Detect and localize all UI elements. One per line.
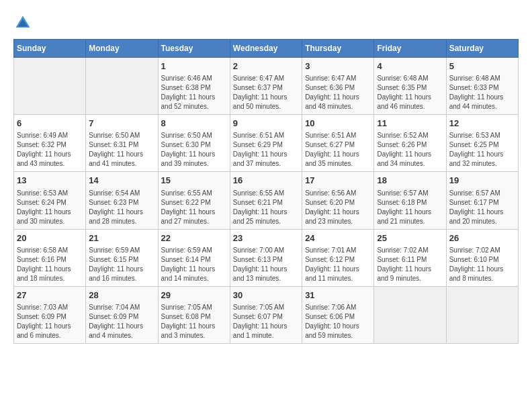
day-number: 2 — [233, 60, 299, 73]
calendar-cell: 25Sunrise: 7:02 AMSunset: 6:11 PMDayligh… — [374, 229, 446, 286]
day-info-text: Daylight: 11 hours and 52 minutes. — [161, 93, 227, 111]
day-info-text: Sunset: 6:06 PM — [305, 312, 371, 322]
day-info-text: Sunrise: 6:47 AM — [233, 74, 299, 83]
day-number: 27 — [17, 289, 83, 302]
calendar-header: SundayMondayTuesdayWednesdayThursdayFrid… — [14, 40, 519, 58]
calendar-cell: 12Sunrise: 6:53 AMSunset: 6:25 PMDayligh… — [446, 115, 518, 172]
day-number: 15 — [161, 175, 227, 187]
day-number: 26 — [449, 232, 515, 244]
calendar-cell: 18Sunrise: 6:57 AMSunset: 6:18 PMDayligh… — [374, 172, 446, 229]
calendar-cell: 29Sunrise: 7:05 AMSunset: 6:08 PMDayligh… — [158, 286, 230, 343]
day-info-text: Sunrise: 7:04 AM — [89, 303, 154, 312]
day-info-text: Daylight: 11 hours and 1 minute. — [233, 322, 299, 340]
calendar-cell: 22Sunrise: 6:59 AMSunset: 6:14 PMDayligh… — [158, 229, 230, 286]
day-info-text: Sunrise: 6:56 AM — [305, 189, 371, 198]
days-of-week-row: SundayMondayTuesdayWednesdayThursdayFrid… — [14, 40, 519, 58]
day-info-text: Sunset: 6:20 PM — [305, 198, 371, 208]
day-info-text: Daylight: 11 hours and 37 minutes. — [233, 150, 299, 169]
day-number: 6 — [17, 118, 83, 130]
day-info-text: Daylight: 11 hours and 43 minutes. — [17, 150, 83, 169]
calendar-cell: 16Sunrise: 6:55 AMSunset: 6:21 PMDayligh… — [230, 172, 302, 229]
calendar-cell: 17Sunrise: 6:56 AMSunset: 6:20 PMDayligh… — [302, 172, 374, 229]
day-info-text: Sunset: 6:30 PM — [161, 140, 227, 150]
day-number: 14 — [89, 175, 154, 187]
day-info-text: Daylight: 11 hours and 11 minutes. — [305, 265, 371, 283]
day-info-text: Sunset: 6:10 PM — [449, 255, 515, 265]
day-number: 11 — [377, 118, 443, 130]
day-number: 23 — [233, 232, 299, 244]
day-info-text: Sunset: 6:18 PM — [377, 198, 443, 208]
day-info-text: Sunset: 6:15 PM — [89, 255, 154, 265]
day-info-text: Sunset: 6:35 PM — [377, 83, 443, 93]
day-info-text: Daylight: 11 hours and 30 minutes. — [17, 208, 83, 226]
day-info-text: Sunrise: 7:02 AM — [377, 246, 443, 255]
calendar-cell: 8Sunrise: 6:50 AMSunset: 6:30 PMDaylight… — [158, 115, 230, 172]
day-number: 20 — [17, 232, 83, 244]
logo-icon — [13, 13, 32, 32]
day-info-text: Sunrise: 6:55 AM — [233, 189, 299, 198]
day-info-text: Sunrise: 6:58 AM — [17, 246, 83, 255]
calendar-cell — [86, 58, 158, 115]
day-info-text: Sunrise: 6:59 AM — [161, 246, 227, 255]
day-number: 31 — [305, 289, 371, 302]
calendar-cell: 9Sunrise: 6:51 AMSunset: 6:29 PMDaylight… — [230, 115, 302, 172]
day-info-text: Sunrise: 6:50 AM — [89, 131, 154, 140]
page-header — [13, 13, 519, 32]
day-info-text: Sunrise: 6:50 AM — [161, 131, 227, 140]
day-info-text: Sunrise: 6:52 AM — [377, 131, 443, 140]
day-info-text: Sunrise: 6:54 AM — [89, 189, 154, 198]
day-info-text: Sunset: 6:38 PM — [161, 83, 227, 93]
day-number: 10 — [305, 118, 371, 130]
calendar-week-row: 20Sunrise: 6:58 AMSunset: 6:16 PMDayligh… — [14, 229, 519, 286]
day-number: 24 — [305, 232, 371, 244]
day-number: 9 — [233, 118, 299, 130]
day-info-text: Sunset: 6:31 PM — [89, 140, 154, 150]
day-info-text: Sunrise: 6:51 AM — [305, 131, 371, 140]
day-info-text: Daylight: 11 hours and 50 minutes. — [233, 93, 299, 111]
day-info-text: Sunrise: 6:57 AM — [377, 189, 443, 198]
day-of-week-header: Tuesday — [158, 40, 230, 58]
day-number: 5 — [449, 60, 515, 73]
calendar-cell: 26Sunrise: 7:02 AMSunset: 6:10 PMDayligh… — [446, 229, 518, 286]
day-number: 17 — [305, 175, 371, 187]
calendar-cell: 4Sunrise: 6:48 AMSunset: 6:35 PMDaylight… — [374, 58, 446, 115]
day-info-text: Daylight: 11 hours and 27 minutes. — [161, 208, 227, 226]
calendar-week-row: 1Sunrise: 6:46 AMSunset: 6:38 PMDaylight… — [14, 58, 519, 115]
day-info-text: Sunset: 6:13 PM — [233, 255, 299, 265]
calendar-cell: 28Sunrise: 7:04 AMSunset: 6:09 PMDayligh… — [86, 286, 158, 343]
day-info-text: Daylight: 11 hours and 13 minutes. — [233, 265, 299, 283]
day-info-text: Sunrise: 7:00 AM — [233, 246, 299, 255]
day-of-week-header: Thursday — [302, 40, 374, 58]
calendar-cell: 24Sunrise: 7:01 AMSunset: 6:12 PMDayligh… — [302, 229, 374, 286]
calendar-cell: 6Sunrise: 6:49 AMSunset: 6:32 PMDaylight… — [14, 115, 86, 172]
day-info-text: Sunrise: 7:05 AM — [233, 303, 299, 312]
day-number: 22 — [161, 232, 227, 244]
day-info-text: Sunset: 6:23 PM — [89, 198, 154, 208]
day-of-week-header: Wednesday — [230, 40, 302, 58]
day-info-text: Daylight: 11 hours and 21 minutes. — [377, 208, 443, 226]
day-info-text: Sunrise: 6:53 AM — [449, 131, 515, 140]
day-number: 29 — [161, 289, 227, 302]
day-info-text: Sunrise: 6:55 AM — [161, 189, 227, 198]
day-info-text: Sunrise: 7:01 AM — [305, 246, 371, 255]
day-info-text: Daylight: 11 hours and 20 minutes. — [449, 208, 515, 226]
day-number: 13 — [17, 175, 83, 187]
day-info-text: Sunset: 6:14 PM — [161, 255, 227, 265]
day-info-text: Daylight: 11 hours and 41 minutes. — [89, 150, 154, 169]
calendar-cell: 3Sunrise: 6:47 AMSunset: 6:36 PMDaylight… — [302, 58, 374, 115]
day-info-text: Daylight: 11 hours and 4 minutes. — [89, 322, 154, 340]
day-info-text: Sunset: 6:24 PM — [17, 198, 83, 208]
day-info-text: Sunrise: 6:53 AM — [17, 189, 83, 198]
calendar-cell: 30Sunrise: 7:05 AMSunset: 6:07 PMDayligh… — [230, 286, 302, 343]
calendar-cell: 13Sunrise: 6:53 AMSunset: 6:24 PMDayligh… — [14, 172, 86, 229]
day-info-text: Sunrise: 6:46 AM — [161, 74, 227, 83]
day-info-text: Sunset: 6:32 PM — [17, 140, 83, 150]
day-number: 8 — [161, 118, 227, 130]
day-number: 16 — [233, 175, 299, 187]
day-info-text: Sunset: 6:29 PM — [233, 140, 299, 150]
day-info-text: Sunset: 6:21 PM — [233, 198, 299, 208]
day-number: 18 — [377, 175, 443, 187]
calendar-cell: 1Sunrise: 6:46 AMSunset: 6:38 PMDaylight… — [158, 58, 230, 115]
day-number: 28 — [89, 289, 154, 302]
day-info-text: Sunrise: 6:48 AM — [377, 74, 443, 83]
